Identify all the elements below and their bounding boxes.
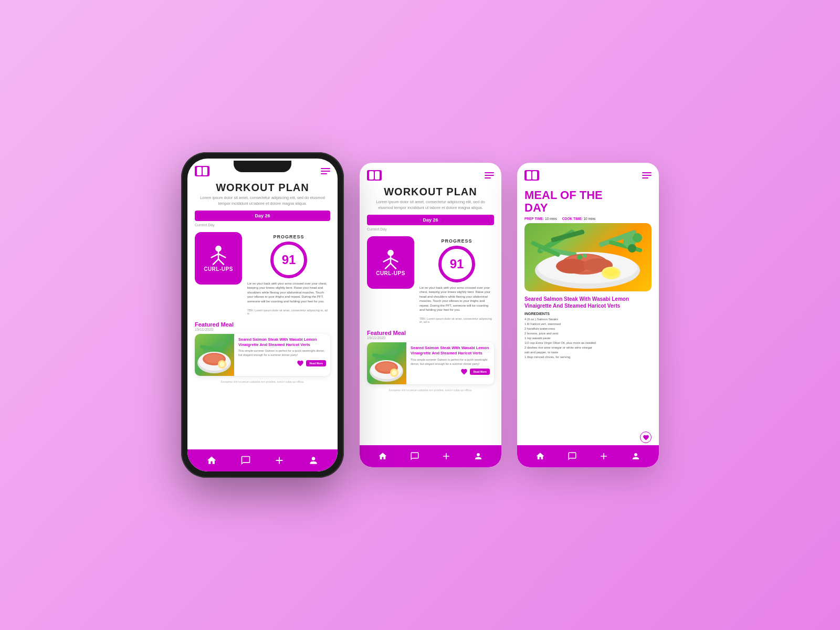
featured-meal-section-1: Featured Meal 19/11/2020 <box>187 318 338 378</box>
svg-line-4 <box>212 254 218 257</box>
nav-home-2[interactable] <box>377 450 388 462</box>
progress-label-1: PROGRESS <box>273 234 304 239</box>
prep-time-item: PREP TIME: 10 mins <box>524 217 557 220</box>
ingredient-item: 1 tbsp minced chives, for serving <box>524 355 652 360</box>
svg-point-44 <box>556 259 587 274</box>
exercise-card-right-1: PROGRESS 91 Lie on your back with your a… <box>247 232 330 315</box>
svg-rect-32 <box>527 171 531 180</box>
app-logo-3 <box>524 170 539 181</box>
phone-screen-1: WORKOUT PLAN Lorem ipsum dolor sit amet,… <box>187 159 338 471</box>
svg-rect-16 <box>369 171 374 180</box>
exercise-footer-2: TBR: Lorem ipsum dolor sit amet, consect… <box>419 317 494 323</box>
meal-card-1: Seared Salmon Steak With Wasabi Lemon Vi… <box>195 334 330 376</box>
svg-line-6 <box>213 259 218 264</box>
curl-up-icon-2 <box>377 249 404 270</box>
nav-add-2[interactable] <box>440 450 452 462</box>
exercise-icon-box-2: CURL-UPS <box>367 236 414 289</box>
cook-time-item: COOK TIME: 10 mins <box>562 217 596 220</box>
meal-title-text: MEAL OF THEDAY <box>524 188 603 214</box>
nav-home-3[interactable] <box>534 450 546 462</box>
featured-meal-title-1: Featured Meal <box>195 321 330 328</box>
flat-screen-3: MEAL OF THEDAY PREP TIME: 10 mins COOK T… <box>517 163 659 467</box>
hamburger-icon-2[interactable] <box>485 172 494 178</box>
nav-profile-1[interactable] <box>308 455 319 466</box>
svg-line-23 <box>391 263 396 268</box>
svg-point-49 <box>604 268 618 277</box>
featured-meal-section-2: Featured Meal 19/11/2020 <box>360 327 501 386</box>
nav-chat-3[interactable] <box>566 450 578 462</box>
app-logo-2 <box>367 170 382 181</box>
screen-header-2 <box>360 163 501 184</box>
ingredient-item: 1/2 cup Extra Virgin Olive Oil, plus mor… <box>524 341 652 345</box>
progress-circle-2: 91 <box>438 246 475 282</box>
meal-image-1 <box>195 334 234 376</box>
screens-container: WORKOUT PLAN Lorem ipsum dolor sit amet,… <box>160 131 680 499</box>
exercise-card-right-2: PROGRESS 91 Lie on your back with your a… <box>419 236 494 323</box>
phone-notch <box>234 161 291 172</box>
hamburger-line-7 <box>642 172 652 173</box>
hamburger-icon-3[interactable] <box>642 172 652 178</box>
featured-meal-date-2: 19/11/2020 <box>367 336 494 340</box>
heart-icon-2[interactable] <box>460 368 468 375</box>
workout-title-2: WORKOUT PLAN <box>360 184 501 200</box>
svg-line-21 <box>391 258 397 261</box>
exercise-footer-1: TBR: Lorem ipsum dolor sit amet, consect… <box>247 309 330 315</box>
svg-point-18 <box>387 249 394 256</box>
svg-point-52 <box>628 244 636 253</box>
meal-name-1: Seared Salmon Steak With Wasabi Lemon Vi… <box>238 337 326 348</box>
meal-food-svg-1 <box>195 334 234 376</box>
exercise-name-1: CURL-UPS <box>204 266 233 272</box>
read-more-btn-1[interactable]: Read More <box>306 360 326 366</box>
logo-box-1 <box>195 166 209 176</box>
svg-line-5 <box>218 254 225 257</box>
ingredient-item: 2 handfuls watercress <box>524 327 652 331</box>
meal-food-svg-2 <box>367 342 406 384</box>
logo-svg-2 <box>369 171 380 180</box>
exercise-desc-1: Lie on your back with your arms crossed … <box>247 281 330 303</box>
svg-rect-17 <box>375 171 380 180</box>
app-logo-1 <box>195 166 209 176</box>
ingredient-item: salt and pepper, to taste <box>524 350 652 355</box>
nav-profile-2[interactable] <box>472 450 484 462</box>
nav-chat-1[interactable] <box>240 455 251 466</box>
prep-time-label: PREP TIME: <box>524 217 544 220</box>
ingredient-item: 1 lb haricot vert, stemmed <box>524 322 652 327</box>
hamburger-line-4 <box>485 172 494 173</box>
meal-name-2: Seared Salmon Steak With Wasabi Lemon Vi… <box>411 345 490 356</box>
logo-svg-3 <box>527 171 537 180</box>
meal-desc-2: This simple summer Salmon is perfect for… <box>411 358 490 366</box>
ingredients-list: 4 (6 oz.) Salmon Steaks1 lb haricot vert… <box>524 317 652 360</box>
nav-home-1[interactable] <box>206 455 217 466</box>
featured-meal-date-1: 19/11/2020 <box>195 328 330 331</box>
svg-point-51 <box>633 233 642 243</box>
nav-add-1[interactable] <box>274 455 285 466</box>
screen-content-3: MEAL OF THEDAY PREP TIME: 10 mins COOK T… <box>517 184 659 445</box>
cook-time-value: 10 mins <box>583 217 595 220</box>
ingredient-item: 2 dashes rice wine vinegar or white wine… <box>524 345 652 350</box>
current-day-1: Current Day <box>187 221 338 229</box>
nav-chat-2[interactable] <box>409 450 421 462</box>
hamburger-icon-1[interactable] <box>321 168 330 174</box>
meal-of-day-title: MEAL OF THEDAY <box>517 184 659 215</box>
progress-value-2: 91 <box>450 257 464 271</box>
progress-section-1: PROGRESS 91 <box>247 232 330 278</box>
meal-actions-2: Read More <box>411 368 490 375</box>
meal-image-2 <box>367 342 406 384</box>
workout-title-1: WORKOUT PLAN <box>187 180 338 195</box>
phone-frame-1: WORKOUT PLAN Lorem ipsum dolor sit amet,… <box>181 152 344 478</box>
nav-add-3[interactable] <box>598 450 610 462</box>
heart-circle[interactable] <box>640 432 652 443</box>
ingredient-item: 1 tsp wasabi paste <box>524 336 652 341</box>
exercise-desc-2: Lie on your back with your arms crossed … <box>419 286 494 312</box>
ingredients-label: INGREDIENTS <box>524 312 652 316</box>
exercise-card-2: CURL-UPS PROGRESS 91 Lie on your back wi… <box>360 233 501 327</box>
heart-icon-1[interactable] <box>297 360 304 367</box>
logo-box-3 <box>524 170 539 181</box>
day-badge-2: Day 26 <box>367 215 494 225</box>
nav-profile-3[interactable] <box>630 450 642 462</box>
read-more-btn-2[interactable]: Read More <box>470 369 490 375</box>
svg-point-31 <box>392 370 397 375</box>
hamburger-line-9 <box>642 177 648 178</box>
ingredients-section: INGREDIENTS 4 (6 oz.) Salmon Steaks1 lb … <box>517 312 659 429</box>
featured-meal-title-2: Featured Meal <box>367 330 494 336</box>
